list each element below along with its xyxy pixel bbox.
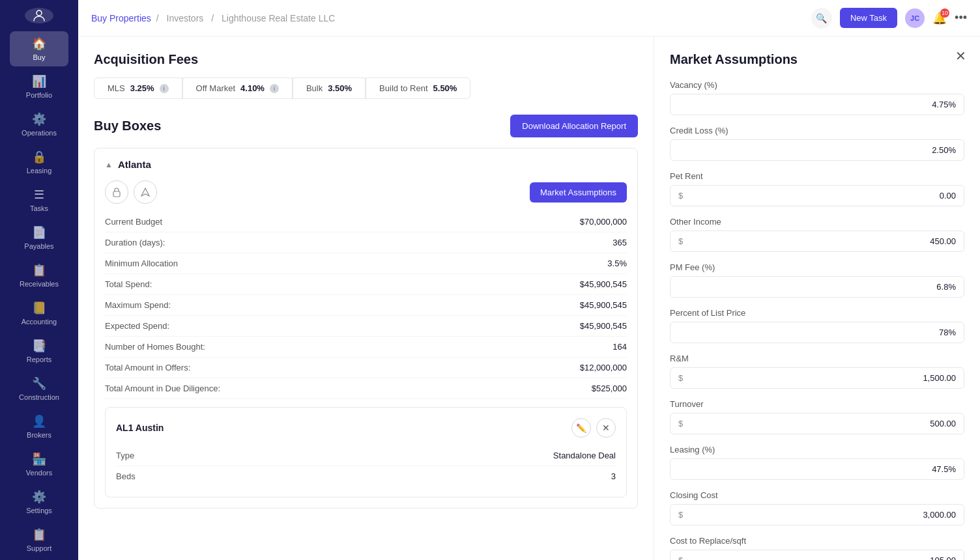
fee-label-bulk: Bulk <box>306 83 323 93</box>
fee-item-mls: MLS 3.25% i <box>94 77 182 99</box>
sidebar-item-label: Settings <box>26 507 52 514</box>
mls-info-icon[interactable]: i <box>160 84 169 93</box>
pet-rent-input[interactable]: $ 0.00 <box>670 185 964 206</box>
avatar: JC <box>905 8 925 28</box>
sidebar-item-settings[interactable]: ⚙️ Settings <box>10 484 68 520</box>
sidebar-item-support[interactable]: 📋 Support <box>10 522 68 557</box>
row-value: 3.5% <box>607 259 627 268</box>
breadcrumb-buy-properties[interactable]: Buy Properties <box>91 13 151 23</box>
search-button[interactable]: 🔍 <box>811 8 832 29</box>
closing-cost-field-group: Closing Cost $ 3,000.00 <box>670 490 964 525</box>
cost-replace-input[interactable]: $ 105.00 <box>670 550 964 560</box>
pet-rent-label: Pet Rent <box>670 171 964 181</box>
market-assumptions-button[interactable]: Market Assumptions <box>530 182 627 203</box>
portfolio-icon: 📊 <box>32 74 46 89</box>
closing-cost-input[interactable]: $ 3,000.00 <box>670 504 964 525</box>
atlanta-header[interactable]: ▲ Atlanta <box>105 159 627 170</box>
vacancy-input[interactable]: 4.75% <box>670 94 964 115</box>
vacancy-field-group: Vacancy (%) 4.75% <box>670 80 964 115</box>
vacancy-value: 4.75% <box>678 100 956 109</box>
off-market-info-icon[interactable]: i <box>270 84 279 93</box>
download-allocation-report-button[interactable]: Download Allocation Report <box>510 115 638 137</box>
main-content: Acquisition Fees MLS 3.25% i Off Market … <box>78 36 654 560</box>
topbar: Buy Properties / Investors / Lighthouse … <box>78 0 980 36</box>
payables-icon: 📄 <box>32 225 46 240</box>
sidebar-item-label: Payables <box>24 242 53 250</box>
turnover-input[interactable]: $ 500.00 <box>670 413 964 434</box>
sidebar-item-leasing[interactable]: 🔒 Leasing <box>10 145 68 180</box>
accounting-icon: 📒 <box>32 301 46 315</box>
main-area: Buy Properties / Investors / Lighthouse … <box>78 0 980 560</box>
table-row: Total Amount in Offers: $12,000,000 <box>105 357 627 378</box>
pm-fee-value: 6.8% <box>678 282 956 292</box>
construction-icon: 🔧 <box>32 376 46 391</box>
operations-icon: ⚙️ <box>32 112 46 126</box>
sidebar-item-reports[interactable]: 📑 Reports <box>10 333 68 369</box>
market-assumptions-panel: ✕ Market Assumptions Vacancy (%) 4.75% C… <box>654 36 980 560</box>
other-income-label: Other Income <box>670 217 964 227</box>
sidebar-item-brokers[interactable]: 👤 Brokers <box>10 409 68 444</box>
sidebar-item-operations[interactable]: ⚙️ Operations <box>10 107 68 142</box>
pct-list-price-input[interactable]: 78% <box>670 322 964 343</box>
pet-rent-prefix: $ <box>678 191 683 201</box>
sidebar-item-accounting[interactable]: 📒 Accounting <box>10 296 68 331</box>
more-options-button[interactable]: ••• <box>955 11 967 25</box>
table-row: Duration (days): 365 <box>105 232 627 253</box>
turnover-value: 500.00 <box>688 419 956 428</box>
new-task-button[interactable]: New Task <box>840 8 897 28</box>
notification-badge: 10 <box>940 8 949 18</box>
breadcrumb-sep2: / <box>211 13 214 23</box>
sidebar-item-buy[interactable]: 🏠 Buy <box>10 31 68 66</box>
sidebar-item-construction[interactable]: 🔧 Construction <box>10 371 68 406</box>
fee-value-off-market: 4.10% <box>240 83 265 93</box>
lock-icon-btn[interactable] <box>105 180 128 204</box>
tasks-icon: ☰ <box>34 188 44 202</box>
fee-item-off-market: Off Market 4.10% i <box>182 77 293 99</box>
pet-rent-field-group: Pet Rent $ 0.00 <box>670 171 964 206</box>
buy-icon: 🏠 <box>32 36 46 51</box>
sidebar-item-receivables[interactable]: 📋 Receivables <box>10 258 68 293</box>
vendors-icon: 🏪 <box>32 452 46 466</box>
acquisition-fees-title: Acquisition Fees <box>94 52 638 67</box>
al1-austin-header: AL1 Austin ✏️ ✕ <box>116 418 616 438</box>
panel-close-button[interactable]: ✕ <box>951 47 970 65</box>
atlanta-city-name: Atlanta <box>118 159 151 170</box>
leasing-input[interactable]: 47.5% <box>670 458 964 480</box>
other-income-field-group: Other Income $ 450.00 <box>670 217 964 252</box>
turnover-label: Turnover <box>670 399 964 409</box>
sidebar-item-vendors[interactable]: 🏪 Vendors <box>10 447 68 482</box>
breadcrumb-investors: Investors <box>167 13 204 23</box>
settings-icon: ⚙️ <box>32 490 46 504</box>
notification-button[interactable]: 🔔 10 <box>932 11 947 25</box>
row-label: Duration (days): <box>105 238 165 247</box>
row-value: $12,000,000 <box>580 363 627 372</box>
other-income-input[interactable]: $ 450.00 <box>670 231 964 252</box>
rm-label: R&M <box>670 354 964 363</box>
credit-loss-input[interactable]: 2.50% <box>670 139 964 161</box>
fee-item-bulk: Bulk 3.50% <box>293 77 366 99</box>
fee-value-mls: 3.25% <box>130 83 154 93</box>
pm-fee-input[interactable]: 6.8% <box>670 276 964 298</box>
pct-list-price-value: 78% <box>678 328 956 337</box>
sidebar-item-label: Brokers <box>27 431 51 439</box>
vacancy-label: Vacancy (%) <box>670 80 964 90</box>
rm-input[interactable]: $ 1,500.00 <box>670 367 964 389</box>
svg-rect-1 <box>113 191 120 197</box>
row-label: Total Amount in Offers: <box>105 363 190 372</box>
navigate-icon-btn[interactable] <box>134 180 157 204</box>
sidebar-item-label: Receivables <box>20 280 59 288</box>
brokers-icon: 👤 <box>32 414 46 428</box>
sidebar-item-tasks[interactable]: ☰ Tasks <box>10 182 68 217</box>
row-value: Standalone Deal <box>553 451 616 460</box>
atlanta-icon-group <box>105 180 157 204</box>
rm-value: 1,500.00 <box>688 373 956 383</box>
sidebar-item-portfolio[interactable]: 📊 Portfolio <box>10 69 68 104</box>
sidebar-item-payables[interactable]: 📄 Payables <box>10 220 68 255</box>
breadcrumb-company: Lighthouse Real Estate LLC <box>222 13 335 23</box>
al1-austin-card: AL1 Austin ✏️ ✕ Type Standalone Deal Bed… <box>105 407 627 497</box>
row-value: 365 <box>612 238 627 247</box>
edit-button[interactable]: ✏️ <box>571 418 591 438</box>
turnover-prefix: $ <box>678 419 683 428</box>
row-value: $70,000,000 <box>580 217 627 227</box>
close-card-button[interactable]: ✕ <box>596 418 616 438</box>
